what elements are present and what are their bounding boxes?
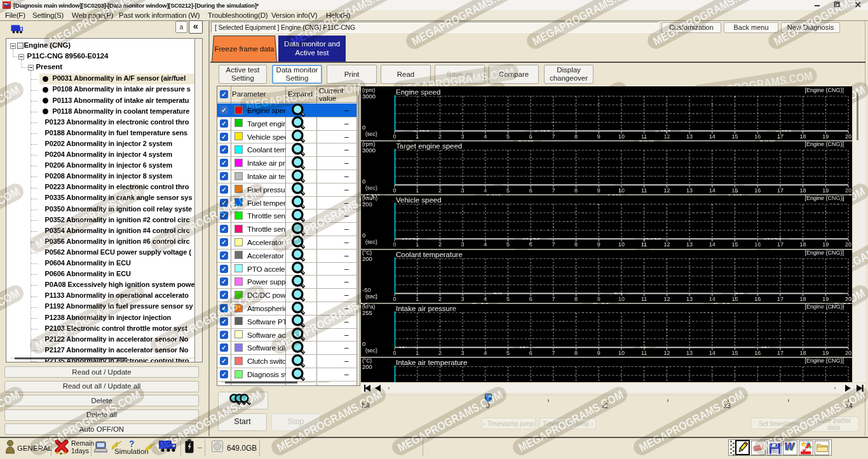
svg-text:14: 14 bbox=[709, 133, 715, 140]
svg-text:2: 2 bbox=[438, 133, 442, 140]
svg-text:3: 3 bbox=[461, 295, 465, 302]
svg-text:19: 19 bbox=[822, 133, 829, 140]
svg-text:1: 1 bbox=[416, 241, 419, 248]
svg-text:5: 5 bbox=[506, 133, 510, 140]
svg-text:5: 5 bbox=[506, 349, 510, 356]
svg-text:8: 8 bbox=[574, 349, 578, 356]
svg-text:[Engine (CNG)]: [Engine (CNG)] bbox=[804, 141, 844, 147]
svg-text:2: 2 bbox=[438, 187, 442, 194]
svg-text:10: 10 bbox=[618, 133, 625, 140]
svg-text:12: 12 bbox=[663, 295, 670, 302]
svg-text:Coolant temperature: Coolant temperature bbox=[396, 250, 463, 258]
svg-text:10: 10 bbox=[618, 295, 625, 302]
svg-text:20: 20 bbox=[845, 241, 851, 248]
svg-text:(sec): (sec) bbox=[365, 239, 377, 245]
svg-text:13: 13 bbox=[686, 295, 693, 302]
svg-text:19: 19 bbox=[822, 187, 829, 194]
svg-text:13: 13 bbox=[686, 241, 693, 248]
svg-text:14: 14 bbox=[709, 295, 715, 302]
svg-text:12: 12 bbox=[663, 133, 670, 140]
svg-text:7: 7 bbox=[552, 133, 555, 140]
svg-text:Vehicle speed: Vehicle speed bbox=[396, 196, 442, 204]
svg-text:7: 7 bbox=[552, 187, 555, 194]
svg-text:9: 9 bbox=[597, 349, 600, 356]
svg-text:[Engine (CNG)]: [Engine (CNG)] bbox=[804, 303, 844, 310]
svg-text:16: 16 bbox=[754, 349, 761, 356]
svg-text:(sec): (sec) bbox=[365, 185, 377, 191]
svg-text:13: 13 bbox=[686, 133, 693, 140]
svg-text:11: 11 bbox=[641, 187, 647, 194]
svg-text:6: 6 bbox=[529, 349, 532, 356]
svg-text:0: 0 bbox=[362, 340, 365, 347]
svg-text:200: 200 bbox=[362, 255, 372, 262]
svg-text:Target engine speed: Target engine speed bbox=[396, 142, 462, 150]
svg-text:12: 12 bbox=[663, 187, 670, 194]
svg-text:13: 13 bbox=[686, 187, 693, 194]
svg-text:8: 8 bbox=[574, 241, 578, 248]
svg-text:16: 16 bbox=[754, 241, 761, 248]
svg-text:13: 13 bbox=[686, 349, 693, 356]
svg-text:9: 9 bbox=[597, 241, 600, 248]
svg-text:17: 17 bbox=[777, 241, 783, 248]
svg-text:10: 10 bbox=[618, 349, 625, 356]
svg-text:3000: 3000 bbox=[362, 93, 376, 100]
svg-text:14: 14 bbox=[709, 187, 715, 194]
svg-text:5: 5 bbox=[506, 241, 510, 248]
svg-text:20: 20 bbox=[845, 187, 851, 194]
svg-text:Engine speed: Engine speed bbox=[396, 88, 440, 96]
svg-text:18: 18 bbox=[800, 133, 806, 140]
svg-text:18: 18 bbox=[800, 295, 806, 302]
svg-text:[Engine (CNG)]: [Engine (CNG)] bbox=[804, 249, 844, 256]
svg-text:17: 17 bbox=[777, 349, 783, 356]
svg-text:1: 1 bbox=[416, 187, 419, 194]
svg-text:200: 200 bbox=[362, 201, 372, 208]
svg-text:0: 0 bbox=[393, 241, 396, 248]
svg-text:8: 8 bbox=[574, 187, 578, 194]
svg-text:16: 16 bbox=[754, 133, 761, 140]
svg-text:18: 18 bbox=[800, 349, 806, 356]
svg-text:8: 8 bbox=[574, 133, 578, 140]
svg-text:10: 10 bbox=[618, 241, 625, 248]
svg-text:0: 0 bbox=[393, 295, 396, 302]
svg-text:-50: -50 bbox=[362, 286, 371, 293]
svg-text:18: 18 bbox=[800, 187, 806, 194]
svg-text:0: 0 bbox=[362, 178, 365, 185]
svg-text:16: 16 bbox=[754, 187, 761, 194]
svg-text:15: 15 bbox=[731, 187, 738, 194]
svg-text:18: 18 bbox=[800, 241, 806, 248]
svg-text:2: 2 bbox=[438, 295, 442, 302]
svg-text:1: 1 bbox=[416, 349, 419, 356]
svg-text:0: 0 bbox=[362, 232, 365, 239]
svg-text:16: 16 bbox=[754, 295, 761, 302]
svg-text:7: 7 bbox=[552, 349, 555, 356]
svg-text:12: 12 bbox=[663, 241, 670, 248]
svg-text:15: 15 bbox=[731, 241, 738, 248]
svg-text:[Engine (CNG)]: [Engine (CNG)] bbox=[804, 87, 844, 93]
svg-text:[Engine (CNG)]: [Engine (CNG)] bbox=[804, 357, 844, 364]
svg-text:14: 14 bbox=[709, 241, 715, 248]
svg-text:19: 19 bbox=[822, 349, 829, 356]
svg-text:0: 0 bbox=[362, 124, 365, 131]
svg-text:0: 0 bbox=[393, 349, 396, 356]
svg-text:9: 9 bbox=[597, 295, 600, 302]
svg-text:1: 1 bbox=[416, 133, 419, 140]
svg-text:3: 3 bbox=[461, 187, 465, 194]
svg-text:14: 14 bbox=[709, 349, 715, 356]
svg-text:4: 4 bbox=[484, 241, 487, 248]
svg-text:4: 4 bbox=[484, 187, 487, 194]
svg-text:4: 4 bbox=[484, 349, 487, 356]
svg-text:6: 6 bbox=[529, 133, 532, 140]
svg-text:15: 15 bbox=[731, 349, 738, 356]
svg-text:9: 9 bbox=[597, 133, 600, 140]
svg-text:17: 17 bbox=[777, 295, 783, 302]
svg-text:4: 4 bbox=[484, 133, 487, 140]
svg-text:3: 3 bbox=[461, 133, 465, 140]
svg-text:20: 20 bbox=[845, 295, 851, 302]
svg-text:255: 255 bbox=[362, 309, 372, 316]
svg-text:Intake air temperature: Intake air temperature bbox=[396, 359, 468, 366]
svg-text:6: 6 bbox=[529, 241, 532, 248]
svg-text:0: 0 bbox=[393, 133, 396, 140]
svg-text:15: 15 bbox=[731, 295, 738, 302]
svg-text:8: 8 bbox=[574, 295, 578, 302]
svg-text:5: 5 bbox=[506, 187, 510, 194]
